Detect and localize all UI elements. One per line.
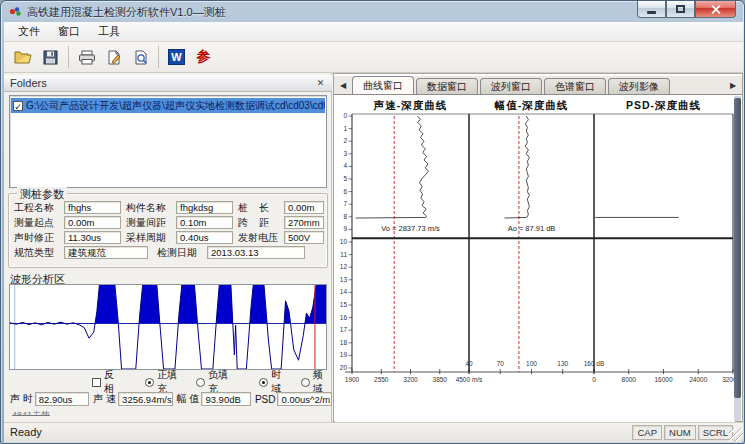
freq-domain-radio[interactable] — [301, 378, 310, 387]
app-window: 高铁建用混凝土检测分析软件V1.0—测桩 文件 窗口 工具 — [0, 0, 745, 444]
param-field[interactable]: 0.00m — [284, 201, 324, 214]
param-field[interactable]: 2013.03.13 — [207, 246, 305, 259]
psd-field[interactable]: 0.00us^2/m — [277, 392, 332, 406]
param-label: 工程名称 — [14, 201, 64, 215]
tab-scroll-right-icon[interactable]: ▶ — [726, 79, 740, 93]
svg-text:18: 18 — [340, 339, 348, 346]
minimize-button[interactable] — [637, 1, 666, 18]
print-button[interactable] — [73, 45, 100, 70]
save-file-button[interactable] — [37, 45, 64, 70]
sound-time-field[interactable]: 82.90us — [35, 392, 90, 406]
status-text: Ready — [10, 426, 42, 438]
curves-window: ◀ 曲线窗口 数据窗口 波列窗口 色谱窗口 波列影像 ▶ 01234567891… — [333, 73, 743, 422]
folders-panel-title: Folders — [10, 77, 47, 89]
depth-charts-canvas: 01234567891011121314151617181920声速-深度曲线1… — [335, 96, 735, 392]
svg-text:6: 6 — [343, 188, 347, 195]
svg-text:2: 2 — [343, 137, 347, 144]
param-field[interactable]: 0.00m — [64, 216, 121, 229]
invert-checkbox[interactable] — [92, 378, 101, 387]
param-field[interactable]: fhghs — [64, 201, 121, 214]
preview-magnifier-icon — [133, 50, 149, 65]
param-field[interactable]: 11.30us — [64, 231, 121, 244]
printer-icon — [78, 50, 96, 65]
menu-bar: 文件 窗口 工具 — [4, 22, 743, 42]
maximize-button[interactable] — [666, 1, 695, 18]
time-domain-radio[interactable] — [259, 378, 268, 387]
negative-fill-radio[interactable] — [196, 378, 205, 387]
maximize-icon — [676, 5, 685, 13]
menu-tools[interactable]: 工具 — [90, 22, 128, 41]
file-path-label: G:\公司产品设计开发\超声仪器\超声仪实地检测数据调试cd\cd03\cd03… — [26, 99, 325, 113]
param-field[interactable]: 0.40us — [176, 231, 233, 244]
sound-velocity-field[interactable]: 3256.94m/s — [118, 392, 173, 406]
svg-text:10: 10 — [340, 238, 348, 245]
file-list-item[interactable]: ✓ G:\公司产品设计开发\超声仪器\超声仪实地检测数据调试cd\cd03\cd… — [11, 98, 325, 113]
panel-close-icon[interactable] — [314, 77, 327, 90]
open-file-button[interactable] — [10, 45, 37, 70]
sound-velocity-label: 声 速 — [93, 392, 116, 406]
export-report-button[interactable] — [100, 45, 127, 70]
tab-wavetrain-image[interactable]: 波列影像 — [608, 78, 670, 94]
svg-text:3200: 3200 — [403, 376, 418, 383]
svg-text:14: 14 — [340, 288, 348, 295]
title-bar[interactable]: 高铁建用混凝土检测分析软件V1.0—测桩 — [1, 1, 744, 22]
svg-text:幅值-深度曲线: 幅值-深度曲线 — [494, 99, 569, 111]
waveform-canvas — [10, 285, 326, 369]
client-area: Folders ✓ G:\公司产品设计开发\超声仪器\超声仪实地检测数据调试cd… — [4, 73, 743, 422]
window-title: 高铁建用混凝土检测分析软件V1.0—测桩 — [27, 5, 226, 20]
svg-text:0: 0 — [592, 376, 596, 383]
minimize-icon — [647, 11, 656, 14]
param-field[interactable]: fhgkdsg — [176, 201, 233, 214]
svg-text:1: 1 — [343, 125, 347, 132]
chart-velocity-depth: 声速-深度曲线19002550320038504500 m/sVo = 2837… — [345, 99, 483, 383]
close-icon — [710, 4, 721, 15]
vertical-scrollbar[interactable] — [734, 96, 741, 421]
svg-text:8000: 8000 — [622, 376, 637, 383]
clipped-text: 4841去垫 — [12, 409, 50, 416]
num-lock-indicator: NUM — [664, 425, 696, 440]
svg-text:19: 19 — [340, 351, 348, 358]
tab-spectrum-window[interactable]: 色谱窗口 — [544, 78, 606, 94]
status-bar: Ready CAP NUM SCRL — [4, 422, 743, 442]
svg-text:13: 13 — [340, 276, 348, 283]
svg-text:24000: 24000 — [689, 376, 707, 383]
menu-window[interactable]: 窗口 — [50, 22, 88, 41]
param-field[interactable]: 270mm — [284, 216, 324, 229]
menu-file[interactable]: 文件 — [10, 22, 48, 41]
tab-scroll-left-icon[interactable]: ◀ — [336, 79, 350, 93]
close-button[interactable] — [695, 1, 736, 18]
svg-text:100: 100 — [526, 360, 537, 367]
tab-data-window[interactable]: 数据窗口 — [416, 78, 478, 94]
param-label: 规范类型 — [14, 246, 64, 260]
amplitude-label: 幅 值 — [177, 392, 200, 406]
tab-wavetrain-window[interactable]: 波列窗口 — [480, 78, 542, 94]
svg-text:12: 12 — [340, 263, 348, 270]
svg-text:Ao = 87.91 dB: Ao = 87.91 dB — [508, 224, 556, 233]
amplitude-field[interactable]: 93.90dB — [201, 392, 251, 406]
word-export-button[interactable]: W — [163, 45, 190, 70]
param-label: 声时修正 — [14, 231, 64, 245]
tab-curve-window[interactable]: 曲线窗口 — [352, 76, 414, 94]
svg-text:3: 3 — [343, 150, 347, 157]
print-preview-button[interactable] — [127, 45, 154, 70]
folders-panel: Folders ✓ G:\公司产品设计开发\超声仪器\超声仪实地检测数据调试cd… — [4, 73, 332, 422]
svg-text:7: 7 — [343, 200, 347, 207]
param-label: 测量间距 — [126, 216, 176, 230]
param-field[interactable]: 0.10m — [176, 216, 233, 229]
param-field[interactable]: 500V — [284, 231, 324, 244]
parameter-button[interactable]: 参 — [190, 45, 217, 70]
svg-text:70: 70 — [497, 360, 505, 367]
waveform-plot[interactable] — [9, 284, 327, 370]
svg-text:Vo = 2837.73 m/s: Vo = 2837.73 m/s — [381, 224, 440, 233]
pile-params-groupbox: 测桩参数 工程名称 fhghs 构件名称 fhgkdsg 桩 长 0.00m 测… — [8, 193, 328, 268]
file-list[interactable]: ✓ G:\公司产品设计开发\超声仪器\超声仪实地检测数据调试cd\cd03\cd… — [9, 95, 327, 188]
open-folder-icon — [14, 50, 33, 65]
toolbar-separator — [68, 46, 69, 68]
resize-grip[interactable] — [729, 428, 743, 442]
positive-fill-radio[interactable] — [145, 378, 154, 387]
chart-amplitude-depth: 幅值-深度曲线4070100130160 dBAo = 87.91 dB — [465, 99, 604, 374]
sound-time-label: 声 时 — [10, 392, 33, 406]
file-checkbox[interactable]: ✓ — [13, 101, 23, 111]
param-field[interactable]: 建筑规范 — [64, 246, 148, 259]
scrollbar-thumb[interactable] — [734, 98, 741, 398]
